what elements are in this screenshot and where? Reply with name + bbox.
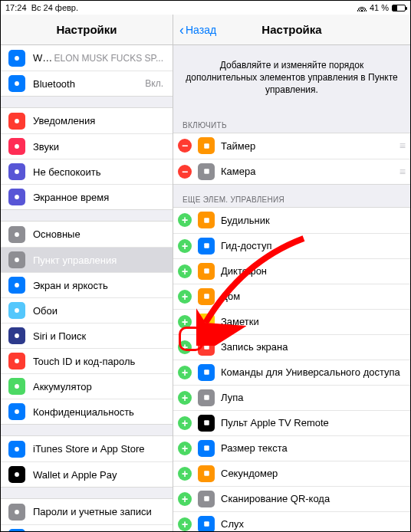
sidebar-item-wallpaper[interactable]: Обои	[1, 297, 173, 323]
app-icon	[198, 389, 215, 406]
svg-point-1	[15, 81, 19, 86]
app-icon	[8, 50, 25, 67]
sidebar-item-itunes[interactable]: iTunes Store и App Store	[1, 436, 173, 461]
add-button[interactable]: +	[178, 391, 192, 405]
add-button[interactable]: +	[178, 239, 192, 253]
back-label: Назад	[186, 24, 216, 36]
app-icon	[8, 378, 25, 395]
battery-percent: 41 %	[370, 3, 389, 12]
app-icon	[8, 466, 25, 483]
sidebar-item-bluetooth[interactable]: BluetoothВкл.	[1, 71, 173, 96]
app-icon	[198, 137, 215, 154]
app-icon	[8, 277, 25, 294]
sidebar-item-display[interactable]: Экран и яркость	[1, 272, 173, 297]
sidebar-item-sounds[interactable]: Звуки	[1, 133, 173, 159]
sidebar-item-label: Bluetooth	[33, 78, 145, 90]
app-icon	[198, 163, 215, 180]
back-button[interactable]: ‹ Назад	[179, 23, 216, 37]
control-item-timer[interactable]: −Таймер≡	[173, 133, 410, 159]
control-item-tvremote[interactable]: +Пульт Apple TV Remote	[173, 410, 410, 435]
right-nav: ‹ Назад Настройка	[173, 15, 410, 45]
app-icon	[8, 441, 25, 458]
drag-handle-icon[interactable]: ≡	[393, 166, 404, 178]
section-header: ВКЛЮЧИТЬ	[173, 110, 410, 133]
sidebar-item-wifi[interactable]: Wi-FiELON MUSK FUCKS SP...	[1, 45, 173, 71]
control-item-qr[interactable]: +Сканирование QR-кода	[173, 486, 410, 511]
sidebar-item-detail: Вкл.	[145, 78, 163, 89]
svg-point-2	[15, 119, 19, 123]
sidebar-item-passwords[interactable]: Пароли и учетные записи	[1, 499, 173, 524]
sidebar-item-label: Экранное время	[33, 192, 166, 203]
control-item-magnifier[interactable]: +Лупа	[173, 385, 410, 410]
add-button[interactable]: +	[178, 366, 192, 379]
drag-handle-icon[interactable]: ≡	[393, 140, 404, 152]
app-icon	[8, 113, 25, 130]
sidebar-item-touchid[interactable]: Touch ID и код-пароль	[1, 348, 173, 373]
app-icon	[198, 364, 215, 381]
svg-rect-27	[204, 369, 209, 375]
sidebar-item-wallet[interactable]: Wallet и Apple Pay	[1, 461, 173, 487]
app-icon	[8, 403, 25, 420]
control-item-alarm[interactable]: +Будильник	[173, 208, 410, 233]
sidebar-item-label: Пункт управления	[33, 255, 166, 266]
sidebar-item-control-center[interactable]: Пункт управления	[1, 247, 173, 272]
sidebar-item-notifications[interactable]: Уведомления	[1, 108, 173, 133]
sidebar-item-label: Не беспокоить	[33, 166, 166, 178]
sidebar-item-dnd[interactable]: Не беспокоить	[1, 159, 173, 184]
status-bar: 17:24 Вс 24 февр. 41 %	[1, 1, 410, 15]
app-icon	[8, 251, 25, 268]
sidebar-item-label: Звуки	[33, 141, 166, 153]
control-item-label: Лупа	[221, 392, 404, 403]
app-icon	[8, 327, 25, 344]
add-button[interactable]: +	[178, 492, 192, 506]
description-text: Добавляйте и изменяйте порядок дополните…	[173, 45, 410, 110]
control-item-label: Таймер	[221, 140, 393, 152]
sidebar-item-privacy[interactable]: Конфиденциальность	[1, 399, 173, 424]
add-button[interactable]: +	[178, 517, 192, 531]
svg-point-11	[15, 359, 19, 363]
add-button[interactable]: +	[178, 467, 192, 481]
add-button[interactable]: +	[178, 213, 192, 227]
sidebar-item-label: Конфиденциальность	[33, 406, 166, 418]
sidebar-item-label: Уведомления	[33, 115, 166, 126]
svg-point-14	[15, 447, 19, 452]
svg-point-15	[15, 472, 19, 477]
remove-button[interactable]: −	[178, 139, 192, 153]
app-icon	[8, 75, 25, 92]
control-item-hearing[interactable]: +Слух	[173, 511, 410, 531]
app-icon	[8, 138, 25, 155]
remove-button[interactable]: −	[178, 165, 192, 179]
add-button[interactable]: +	[178, 290, 192, 304]
app-icon	[198, 491, 215, 507]
sidebar-item-general[interactable]: Основные	[1, 222, 173, 247]
svg-point-12	[15, 384, 19, 389]
sidebar-item-label: Wi-Fi	[33, 52, 54, 64]
svg-rect-28	[204, 395, 209, 400]
battery-icon	[392, 5, 406, 11]
add-button[interactable]: +	[178, 442, 192, 455]
control-item-label: Секундомер	[221, 468, 404, 479]
app-icon	[8, 529, 25, 531]
app-icon	[8, 302, 25, 319]
svg-point-6	[15, 232, 19, 237]
control-item-label: Сканирование QR-кода	[221, 493, 404, 504]
sidebar-item-label: Пароли и учетные записи	[33, 506, 166, 517]
control-item-textsize[interactable]: +Размер текста	[173, 435, 410, 461]
svg-point-13	[15, 409, 19, 414]
sidebar-item-battery[interactable]: Аккумулятор	[1, 373, 173, 399]
add-button[interactable]: +	[178, 264, 192, 278]
svg-rect-20	[204, 169, 209, 174]
sidebar-item-label: Обои	[33, 305, 166, 317]
svg-point-10	[15, 333, 19, 338]
control-item-accessibility[interactable]: +Команды для Универсального доступа	[173, 360, 410, 385]
add-button[interactable]: +	[178, 416, 192, 430]
sidebar-item-siri[interactable]: Siri и Поиск	[1, 323, 173, 348]
svg-point-8	[15, 283, 19, 287]
svg-rect-19	[204, 143, 209, 149]
app-icon	[198, 516, 215, 531]
left-nav-title: Настройки	[56, 23, 117, 36]
sidebar-item-screentime[interactable]: Экранное время	[1, 184, 173, 209]
control-item-stopwatch[interactable]: +Секундомер	[173, 461, 410, 486]
control-item-camera[interactable]: −Камера≡	[173, 159, 410, 184]
sidebar-item-mail[interactable]: Почта	[1, 524, 173, 531]
